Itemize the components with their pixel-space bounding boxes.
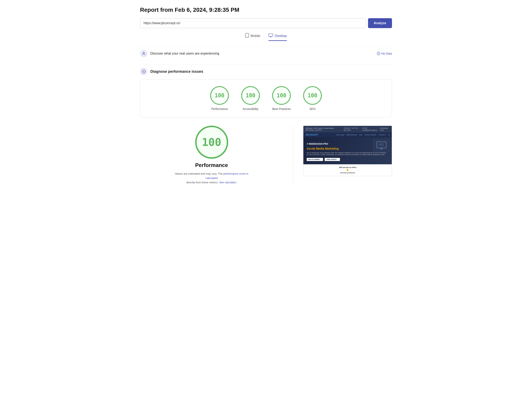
screenshot-footer-subtitle: Servicii premium: [306, 172, 389, 174]
perf-big-circle: 100: [195, 126, 228, 159]
score-seo: 100 SEO: [303, 86, 322, 111]
score-label-performance: Performance: [211, 107, 228, 111]
screenshot-btn2: CERE OFERTA →: [325, 158, 340, 161]
svg-rect-14: [379, 143, 384, 146]
nav-grid-icon: ⊞: [388, 134, 390, 136]
tab-desktop-label: Desktop: [275, 34, 287, 38]
real-users-left: Discover what your real users are experi…: [140, 50, 219, 57]
screenshot-hero-body: WE CE REDESIGN YA SA CRENICA VREI GAU GR…: [307, 152, 388, 156]
screenshot-topbar-whatsapp: whatsapp chat: [380, 127, 390, 131]
screenshot-hero: # WEBDESIGN PRO Social Media Marketing W…: [303, 137, 392, 164]
screenshot-btn1: MAI SA VORBIM →: [307, 158, 323, 161]
svg-rect-2: [269, 34, 273, 36]
report-title: Report from Feb 6, 2024, 9:28:35 PM: [140, 7, 392, 13]
nav-link-4: SOCIAL MEDIA: [365, 134, 376, 136]
svg-point-8: [378, 54, 379, 54]
performance-section: 100 Performance Values are estimated and…: [140, 126, 392, 185]
tab-mobile-label: Mobile: [251, 34, 260, 38]
score-value-seo: 100: [308, 92, 318, 99]
perf-title: Performance: [195, 162, 228, 168]
screenshot-monitor: [373, 139, 390, 152]
screenshot-topbar: JBDesign | SEO Expert | Social Media | J…: [303, 126, 392, 132]
perf-desc-text1: Values are estimated and may vary. The: [175, 172, 222, 175]
screenshot-buttons: MAI SA VORBIM → CERE OFERTA →: [307, 158, 388, 161]
score-label-best-practices: Best Practices: [272, 107, 291, 111]
score-circle-performance: 100: [210, 86, 229, 105]
score-value-accessibility: 100: [246, 92, 256, 99]
score-label-seo: SEO: [309, 107, 316, 111]
nav-link-2: WEB DESIGN: [346, 134, 357, 136]
svg-point-11: [144, 71, 144, 72]
real-users-row: Discover what your real users are experi…: [140, 47, 392, 60]
no-data-badge: No Data: [377, 52, 392, 55]
real-users-label: Discover what your real users are experi…: [150, 52, 219, 55]
screenshot-footer-dot: [347, 169, 349, 171]
url-bar-row: Analyze: [140, 18, 392, 28]
perf-desc-text2: directly from these metrics.: [186, 181, 218, 184]
screenshot-topbar-phone: Contact: +40 744 887 208: [344, 127, 361, 131]
screenshot-footer: JBConcept va ofera Servicii premium: [303, 164, 392, 176]
screenshot-topbar-left: JBDesign | SEO Expert | Social Media | J…: [306, 127, 342, 131]
scores-grid: 100 Performance 100 Accessibility 100 Be…: [148, 86, 384, 111]
score-accessibility: 100 Accessibility: [241, 86, 260, 111]
perf-description: Values are estimated and may vary. The p…: [175, 172, 249, 185]
score-circle-best-practices: 100: [272, 86, 291, 105]
screenshot-topbar-email: Email: info@jbconcept.ro: [362, 127, 379, 131]
nav-link-1: JBConcept: [336, 134, 344, 136]
score-value-performance: 100: [215, 92, 225, 99]
real-users-icon: [140, 50, 147, 57]
nav-link-5: CONTACT: [378, 134, 386, 136]
tab-mobile[interactable]: Mobile: [245, 33, 260, 41]
score-label-accessibility: Accessibility: [243, 107, 258, 111]
scores-card: 100 Performance 100 Accessibility 100 Be…: [140, 79, 392, 117]
desktop-icon: [269, 33, 273, 38]
diagnose-icon: [140, 68, 147, 75]
perf-right: JBDesign | SEO Expert | Social Media | J…: [303, 126, 392, 176]
url-input[interactable]: [140, 18, 366, 28]
screenshot-nav: JBCONCEPT JBConcept WEB DESIGN SEO SOCIA…: [303, 132, 392, 137]
tab-row: Mobile Desktop: [140, 33, 392, 41]
perf-big-value: 100: [202, 136, 221, 148]
mobile-icon: [245, 33, 249, 39]
screenshot-nav-links: JBConcept WEB DESIGN SEO SOCIAL MEDIA CO…: [336, 134, 390, 136]
screenshot-footer-company: JBConcept va ofera: [306, 166, 389, 168]
diagnose-title: Diagnose performance issues: [150, 69, 203, 74]
svg-point-1: [247, 37, 247, 37]
section-divider: [293, 126, 293, 185]
diagnose-section-header: Diagnose performance issues: [140, 64, 392, 75]
score-performance: 100 Performance: [210, 86, 229, 111]
perf-left: 100 Performance Values are estimated and…: [140, 126, 283, 185]
screenshot-nav-logo: JBCONCEPT: [306, 134, 318, 136]
svg-point-5: [143, 52, 144, 54]
website-screenshot: JBDesign | SEO Expert | Social Media | J…: [303, 126, 392, 176]
score-value-best-practices: 100: [277, 92, 287, 99]
analyze-button[interactable]: Analyze: [368, 18, 392, 28]
score-circle-seo: 100: [303, 86, 322, 105]
no-data-text: No Data: [381, 52, 392, 55]
tab-desktop[interactable]: Desktop: [269, 33, 287, 41]
score-best-practices: 100 Best Practices: [272, 86, 291, 111]
nav-link-3: SEO: [359, 134, 362, 136]
see-calculator-link[interactable]: See calculator.: [219, 181, 237, 184]
score-circle-accessibility: 100: [241, 86, 260, 105]
